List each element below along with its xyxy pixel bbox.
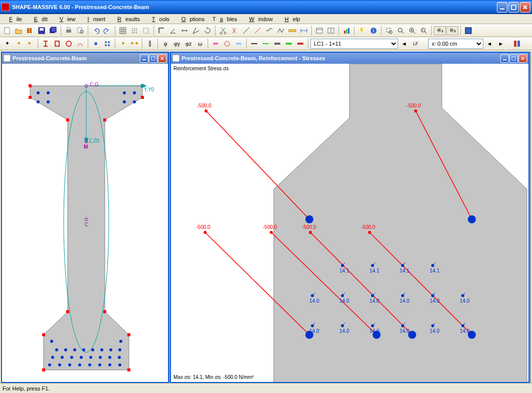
menu-window[interactable]: Window: [241, 15, 277, 23]
child1-close-button[interactable]: [158, 54, 166, 63]
svg-point-92: [50, 340, 53, 343]
svg-rect-76: [66, 118, 69, 121]
view-x1[interactable]: ※₁: [434, 26, 446, 35]
menu-tables[interactable]: Tables: [209, 15, 241, 23]
panel-icon[interactable]: [511, 38, 522, 49]
star4-icon[interactable]: ✦: [117, 38, 128, 49]
lf-icon[interactable]: LF: [410, 38, 421, 49]
first-icon[interactable]: ◄: [399, 38, 410, 49]
new-icon[interactable]: [2, 25, 13, 36]
svg-rect-30: [316, 28, 322, 33]
edge2-icon[interactable]: [275, 25, 286, 36]
menu-help[interactable]: Help: [277, 15, 304, 23]
star3-icon[interactable]: ✦´: [25, 38, 36, 49]
svg-point-129: [205, 109, 208, 112]
undo-icon[interactable]: [90, 25, 101, 36]
svg-rect-58: [213, 43, 218, 45]
section-icon[interactable]: [144, 38, 155, 49]
zoomprev-icon[interactable]: [418, 25, 429, 36]
menu-view[interactable]: View: [52, 15, 80, 23]
svg-point-130: [305, 215, 313, 223]
ibeam-icon[interactable]: [40, 38, 51, 49]
child2-close-button[interactable]: [518, 54, 527, 63]
coord-combo[interactable]: x: 0.00 cm: [428, 39, 483, 49]
rotate-icon[interactable]: [202, 25, 213, 36]
phiy-icon[interactable]: φy: [171, 38, 183, 49]
phiz-icon[interactable]: φz: [183, 38, 194, 49]
curve-icon[interactable]: [75, 38, 86, 49]
child2-max-button[interactable]: [509, 54, 518, 63]
flash-icon[interactable]: [357, 25, 368, 36]
config-icon[interactable]: [463, 25, 474, 36]
minimize-button[interactable]: [497, 2, 507, 13]
chart-icon[interactable]: [341, 25, 352, 36]
clip-icon[interactable]: [229, 25, 240, 36]
rebar-val: 14.1: [400, 268, 409, 274]
stress-canvas[interactable]: Reinforcement Stress σs -500.0 -500.0 -5…: [171, 64, 528, 382]
library-icon[interactable]: [25, 25, 36, 36]
snap-icon[interactable]: [140, 25, 151, 36]
menu-insert[interactable]: Insert: [80, 15, 110, 23]
redo-icon[interactable]: [102, 25, 113, 36]
save-icon[interactable]: [36, 25, 47, 36]
edge1-icon[interactable]: [264, 25, 275, 36]
maximize-button[interactable]: [508, 2, 519, 13]
menu-options[interactable]: Options: [173, 15, 209, 23]
svg-rect-49: [465, 28, 471, 34]
zoomin-icon[interactable]: [407, 25, 418, 36]
beam5-icon[interactable]: [295, 38, 306, 49]
zoomall-icon[interactable]: [395, 25, 406, 36]
beam2-icon[interactable]: [260, 38, 271, 49]
star2-icon[interactable]: ✦: [13, 38, 24, 49]
saveall-icon[interactable]: [48, 25, 59, 36]
info-icon[interactable]: i: [368, 25, 379, 36]
open-icon[interactable]: [13, 25, 24, 36]
line2-icon[interactable]: [252, 25, 263, 36]
rebar-val: 14.0: [400, 298, 409, 304]
coord-icon[interactable]: [191, 25, 202, 36]
star5-icon[interactable]: ✦✦: [129, 38, 140, 49]
tool1-icon[interactable]: [210, 38, 221, 49]
tool3-icon[interactable]: [233, 38, 244, 49]
menu-tools[interactable]: Tools: [144, 15, 173, 23]
close-button[interactable]: [520, 2, 530, 13]
beam3-icon[interactable]: [272, 38, 283, 49]
print-icon[interactable]: [63, 25, 74, 36]
table-icon[interactable]: [314, 25, 325, 36]
prev-icon[interactable]: ◄: [484, 38, 495, 49]
node1-icon[interactable]: [90, 38, 101, 49]
view-x2[interactable]: ※₂: [446, 26, 458, 35]
line1-icon[interactable]: [241, 25, 252, 36]
phi-icon[interactable]: φ: [160, 38, 171, 49]
svg-point-102: [51, 356, 54, 359]
cut-icon[interactable]: [218, 25, 229, 36]
dim2-icon[interactable]: [298, 25, 309, 36]
tool2-icon[interactable]: [222, 38, 233, 49]
dim-icon[interactable]: [179, 25, 190, 36]
nodes-icon[interactable]: [102, 38, 113, 49]
dotgrid-icon[interactable]: [129, 25, 140, 36]
beam1-icon[interactable]: [249, 38, 260, 49]
child1-max-button[interactable]: [149, 54, 157, 63]
child1-min-button[interactable]: [140, 54, 148, 63]
child2-min-button[interactable]: [500, 54, 509, 63]
beam4-icon[interactable]: [283, 38, 294, 49]
zoomwin-icon[interactable]: [384, 25, 395, 36]
preview-icon[interactable]: [75, 25, 86, 36]
menu-results[interactable]: Results: [109, 15, 144, 23]
star1-icon[interactable]: ✦: [2, 38, 13, 49]
table2-icon[interactable]: [325, 25, 336, 36]
rect-icon[interactable]: [52, 38, 63, 49]
angle-icon[interactable]: [167, 25, 179, 36]
loadcase-combo[interactable]: LC1 - 1+11: [310, 39, 398, 49]
menu-edit[interactable]: Edit: [26, 15, 52, 23]
circle-icon[interactable]: [63, 38, 74, 49]
menu-file[interactable]: File: [1, 15, 26, 23]
next-icon[interactable]: ►: [495, 38, 506, 49]
model-canvas[interactable]: C,G Y,Y0 Z,Z0 M C: [2, 64, 168, 382]
grid-icon[interactable]: [117, 25, 128, 36]
omega-icon[interactable]: ω: [195, 38, 206, 49]
svg-point-95: [64, 348, 67, 351]
measure-icon[interactable]: [287, 25, 298, 36]
ortho-icon[interactable]: [156, 25, 167, 36]
